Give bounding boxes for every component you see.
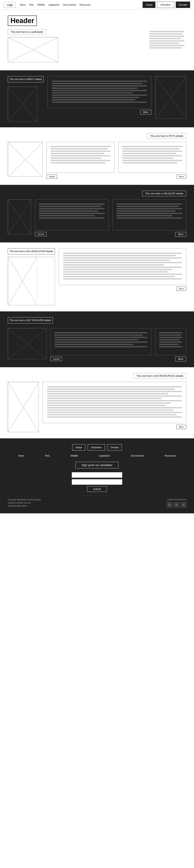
pets-card-2-box xyxy=(118,142,186,173)
pets-card-1-box xyxy=(47,142,114,173)
hero-section: Header This one here is a subheader xyxy=(0,10,194,70)
footer-nav-resources[interactable]: Resources xyxy=(165,455,176,457)
involved-mid-content: Injured xyxy=(51,328,151,362)
involved-right-content: More xyxy=(155,328,186,362)
nav-get-involved[interactable]: Get Involved xyxy=(63,3,76,6)
hero-text-block xyxy=(147,29,186,52)
wildlife-header: This one here is WILDLIFE details xyxy=(8,191,186,196)
wildlife-main-image xyxy=(8,199,31,234)
resources-section: This one here is the RESOURCES details xyxy=(0,367,194,438)
footer-nav-get-involved[interactable]: Get Involved xyxy=(131,455,144,457)
newsletter-submit-button[interactable]: Submit xyxy=(87,486,107,492)
footer-bottom: Copyright, Minnesota Humane Society nonp… xyxy=(8,496,186,507)
social-icon-3[interactable] xyxy=(181,502,186,507)
hero-x-lines xyxy=(8,37,58,62)
footer-copyright: Copyright, Minnesota Humane Society nonp… xyxy=(8,498,41,507)
footer-contact: contact info and icons xyxy=(167,498,186,507)
footer-nav-about[interactable]: About xyxy=(18,455,24,457)
nav-volunteer-button[interactable]: Volunteer xyxy=(157,2,174,8)
about-side-img-box xyxy=(155,76,186,119)
wildlife-card-2: More xyxy=(113,199,186,237)
hero-subheader: This one here is a subheader xyxy=(8,29,46,35)
newsletter-label[interactable]: Sign up for our newsletter xyxy=(76,462,118,468)
wildlife-card-2-box xyxy=(113,199,186,230)
footer: Adopt Volunteer Donate About Pets Wildli… xyxy=(0,438,194,514)
svg-line-12 xyxy=(8,199,31,234)
wildlife-label: This one here is WILDLIFE details xyxy=(142,191,186,196)
legislation-more-button[interactable]: More xyxy=(176,287,186,291)
wildlife-injured-button[interactable]: Injured xyxy=(35,232,47,236)
footer-volunteer-button[interactable]: Volunteer xyxy=(88,444,105,451)
nav-wildlife[interactable]: Wildlife xyxy=(37,3,45,6)
svg-line-1 xyxy=(8,37,58,62)
resources-label: This one here is the RESOURCES details xyxy=(134,373,186,379)
footer-social-icons xyxy=(167,502,186,507)
copyright-line1: Copyright, Minnesota Humane Society xyxy=(8,498,41,501)
logo: Logo xyxy=(4,2,16,8)
nav-resources[interactable]: Resources xyxy=(80,3,91,6)
about-text-box xyxy=(48,76,151,108)
about-more-button[interactable]: More xyxy=(140,110,151,115)
wildlife-content: Injured More xyxy=(8,199,186,237)
legislation-image xyxy=(8,257,55,305)
involved-image xyxy=(8,328,47,359)
resources-image xyxy=(8,382,39,432)
about-label-area: This one here is ABOUT details xyxy=(8,76,44,122)
footer-nav-wildlife[interactable]: Wildlife xyxy=(71,455,78,457)
svg-line-18 xyxy=(8,328,47,359)
about-side-image xyxy=(155,76,186,122)
pets-more-button[interactable]: More xyxy=(176,175,186,179)
newsletter-input-1[interactable] xyxy=(72,472,122,478)
nav-donate-button[interactable]: Donate xyxy=(176,2,190,8)
footer-nav: About Pets Wildlife Legislation Get Invo… xyxy=(8,455,186,457)
footer-adopt-button[interactable]: Adopt xyxy=(72,444,85,451)
svg-line-0 xyxy=(8,37,58,62)
page-title: Header xyxy=(8,16,37,26)
legislation-section: This one here is the LEGISLATION details xyxy=(0,242,194,311)
nav-links: About Pets Wildlife Legislation Get Invo… xyxy=(20,3,143,6)
about-content: This one here is ABOUT details xyxy=(8,76,186,122)
footer-nav-legislation[interactable]: Legislation xyxy=(99,455,110,457)
involved-right-box xyxy=(155,328,186,355)
pets-card-1: Adopt xyxy=(47,142,114,179)
involved-injured-button[interactable]: Injured xyxy=(51,357,62,361)
pets-cards: Adopt More xyxy=(8,142,186,179)
wildlife-card-1-box xyxy=(35,199,109,230)
svg-line-9 xyxy=(8,142,43,177)
social-icon-2[interactable] xyxy=(174,502,179,507)
resources-x-lines xyxy=(8,382,39,432)
nav-legislation[interactable]: Legislation xyxy=(48,3,59,6)
resources-content: More xyxy=(8,382,186,432)
pets-adopt-button[interactable]: Adopt xyxy=(47,175,57,179)
pets-header: This one here is PETS details xyxy=(8,133,186,139)
about-section: This one here is ABOUT details xyxy=(0,70,194,127)
nav-about[interactable]: About xyxy=(20,3,26,6)
footer-nav-pets[interactable]: Pets xyxy=(45,455,50,457)
involved-more-button[interactable]: More xyxy=(175,357,186,362)
about-image xyxy=(8,87,37,122)
wildlife-x-lines xyxy=(8,199,31,234)
resources-more-button[interactable]: More xyxy=(176,425,186,429)
newsletter-input-2[interactable] xyxy=(72,479,122,485)
involved-x-lines xyxy=(8,328,47,359)
copyright-line3: Design by Mike Mason xyxy=(8,504,41,507)
footer-donate-button[interactable]: Donate xyxy=(107,444,122,451)
involved-label-area: This one here is GET INVOLVED details xyxy=(8,317,186,326)
social-icon-1[interactable] xyxy=(167,502,172,507)
about-text-area: More xyxy=(48,76,151,122)
legislation-text: More xyxy=(59,248,186,305)
nav-adopt-button[interactable]: Adopt xyxy=(143,2,156,8)
nav-pets[interactable]: Pets xyxy=(29,3,34,6)
pets-label: This one here is PETS details xyxy=(147,133,186,139)
involved-content: Injured More xyxy=(8,328,186,362)
involved-section: This one here is GET INVOLVED details xyxy=(0,311,194,367)
wildlife-section: This one here is WILDLIFE details xyxy=(0,185,194,242)
wildlife-card-1: Injured xyxy=(35,199,109,237)
hero-content: This one here is a subheader xyxy=(8,29,186,62)
wildlife-more-button[interactable]: More xyxy=(175,232,186,237)
hero-image xyxy=(8,37,58,62)
pets-card-2: More xyxy=(118,142,186,179)
resources-text-box xyxy=(43,382,186,423)
resources-text: More xyxy=(43,382,186,432)
resources-header: This one here is the RESOURCES details xyxy=(8,373,186,379)
